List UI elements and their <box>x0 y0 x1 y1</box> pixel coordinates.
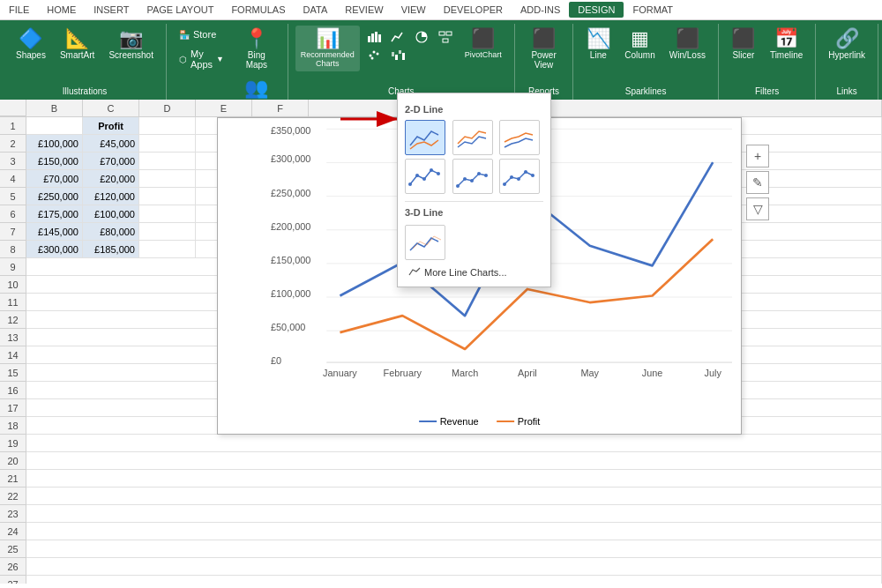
cell-d8[interactable] <box>139 241 196 258</box>
scatter-chart-button[interactable] <box>363 47 385 63</box>
cell-d2[interactable] <box>139 135 196 153</box>
cell-b4[interactable]: £70,000 <box>26 170 83 188</box>
timeline-button[interactable]: 📅 Timeline <box>765 26 808 63</box>
svg-text:£200,000: £200,000 <box>271 221 310 232</box>
menu-formulas[interactable]: FORMULAS <box>222 2 294 18</box>
line-chart-button[interactable] <box>387 29 408 45</box>
bing-maps-icon: 📍 <box>244 29 268 48</box>
cell-d6[interactable] <box>139 205 196 223</box>
line-markers-btn[interactable] <box>405 159 445 194</box>
row-num-14: 14 <box>0 346 26 364</box>
legend-revenue-color <box>419 421 437 422</box>
svg-rect-13 <box>395 55 398 60</box>
more-line-charts-btn[interactable]: More Line Charts... <box>405 265 543 279</box>
cell-c3[interactable]: £70,000 <box>83 153 139 170</box>
col-header-b[interactable]: B <box>26 100 83 116</box>
cell-b8[interactable]: £300,000 <box>26 241 83 258</box>
menu-page-layout[interactable]: PAGE LAYOUT <box>138 2 222 18</box>
col-header-d[interactable]: D <box>139 100 196 116</box>
power-view-button[interactable]: ⬛ Power View <box>522 26 565 73</box>
cell-c8[interactable]: £185,000 <box>83 241 139 258</box>
row-num-19: 19 <box>0 435 26 452</box>
svg-point-21 <box>430 168 433 172</box>
waterfall-icon <box>391 48 405 61</box>
menu-view[interactable]: VIEW <box>392 2 435 18</box>
bar-chart-button[interactable] <box>363 29 385 45</box>
col-header-e[interactable]: E <box>196 100 252 116</box>
cell-d4[interactable] <box>139 170 196 188</box>
corner-cell <box>0 100 26 116</box>
svg-text:£350,000: £350,000 <box>271 127 310 136</box>
cell-c5[interactable]: £120,000 <box>83 188 139 205</box>
cell-d7[interactable] <box>139 223 196 241</box>
svg-point-23 <box>456 184 460 188</box>
menu-format[interactable]: FORMAT <box>624 2 682 18</box>
legend-profit-label: Profit <box>518 416 541 427</box>
cell-c6[interactable]: £100,000 <box>83 205 139 223</box>
stacked-markers-btn[interactable] <box>452 159 493 194</box>
menu-review[interactable]: REVIEW <box>336 2 392 18</box>
hierarchy-chart-button[interactable] <box>435 29 456 45</box>
col-header-rest <box>309 100 882 116</box>
stacked-line-btn[interactable] <box>452 120 493 155</box>
svg-rect-2 <box>375 32 377 42</box>
line-3d-btn[interactable] <box>405 225 445 260</box>
row-num-10: 10 <box>0 276 26 294</box>
smartart-button[interactable]: 📐 SmartArt <box>55 26 100 63</box>
svg-point-28 <box>503 182 506 186</box>
hyperlink-button[interactable]: 🔗 Hyperlink <box>823 26 871 63</box>
cell-d1[interactable] <box>139 117 196 135</box>
menu-home[interactable]: HOME <box>38 2 85 18</box>
svg-text:February: February <box>384 368 422 378</box>
100-stacked-line-btn[interactable] <box>499 120 540 155</box>
cell-c4[interactable]: £20,000 <box>83 170 139 188</box>
cell-c2[interactable]: £45,000 <box>83 135 139 153</box>
screenshot-button[interactable]: 📷 Screenshot <box>103 26 159 63</box>
col-header-c[interactable]: C <box>83 100 139 116</box>
cell-b2[interactable]: £100,000 <box>26 135 83 153</box>
bing-maps-button[interactable]: 📍 Bing Maps <box>233 26 280 73</box>
100-stacked-markers-btn[interactable] <box>499 159 540 194</box>
menu-file[interactable]: FILE <box>0 2 38 18</box>
slicer-icon: ⬛ <box>731 29 755 48</box>
chart-add-element-btn[interactable]: + <box>746 145 769 167</box>
hierarchy-icon <box>438 31 452 43</box>
ribbon-group-sparklines: 📉 Line ▦ Column ⬛ Win/Loss Sparklines <box>573 24 719 100</box>
table-row: 19 <box>0 435 882 452</box>
menu-insert[interactable]: INSERT <box>85 2 138 18</box>
slicer-button[interactable]: ⬛ Slicer <box>726 26 761 63</box>
menu-addins[interactable]: ADD-INS <box>512 2 569 18</box>
line-basic-btn[interactable] <box>405 120 445 155</box>
line-sparkline-button[interactable]: 📉 Line <box>580 26 616 63</box>
cell-b1[interactable] <box>26 117 83 135</box>
store-button[interactable]: 🏪 Store <box>174 26 229 43</box>
pivot-chart-button[interactable]: ⬛ PivotChart <box>460 26 507 63</box>
menu-design[interactable]: DESIGN <box>569 2 624 18</box>
cell-b6[interactable]: £175,000 <box>26 205 83 223</box>
pie-chart-button[interactable] <box>411 29 432 45</box>
menu-developer[interactable]: DEVELOPER <box>435 2 512 18</box>
recommended-charts-button[interactable]: 📊 RecommendedCharts <box>295 26 360 71</box>
cell-d3[interactable] <box>139 153 196 170</box>
cell-b5[interactable]: £250,000 <box>26 188 83 205</box>
shapes-button[interactable]: 🔷 Shapes <box>11 26 51 63</box>
row-num-15: 15 <box>0 364 26 382</box>
chart-style-btn[interactable]: ✎ <box>746 171 769 194</box>
row-num-17: 17 <box>0 399 26 417</box>
row-num-23: 23 <box>0 505 26 523</box>
waterfall-chart-button[interactable] <box>387 47 408 63</box>
cell-c7[interactable]: £80,000 <box>83 223 139 241</box>
pie-chart-icon <box>415 31 429 43</box>
cell-b7[interactable]: £145,000 <box>26 223 83 241</box>
cell-d5[interactable] <box>139 188 196 205</box>
col-header-f[interactable]: F <box>252 100 309 116</box>
chart-filter-btn[interactable]: ▽ <box>746 197 769 220</box>
row-num-13: 13 <box>0 329 26 346</box>
pivot-chart-label: PivotChart <box>465 50 502 59</box>
cell-c1[interactable]: Profit <box>83 117 139 135</box>
column-sparkline-button[interactable]: ▦ Column <box>619 26 660 63</box>
cell-b3[interactable]: £150,000 <box>26 153 83 170</box>
menu-data[interactable]: DATA <box>295 2 337 18</box>
winloss-button[interactable]: ⬛ Win/Loss <box>664 26 711 63</box>
myapps-button[interactable]: ⬡ My Apps ▼ <box>174 45 229 73</box>
